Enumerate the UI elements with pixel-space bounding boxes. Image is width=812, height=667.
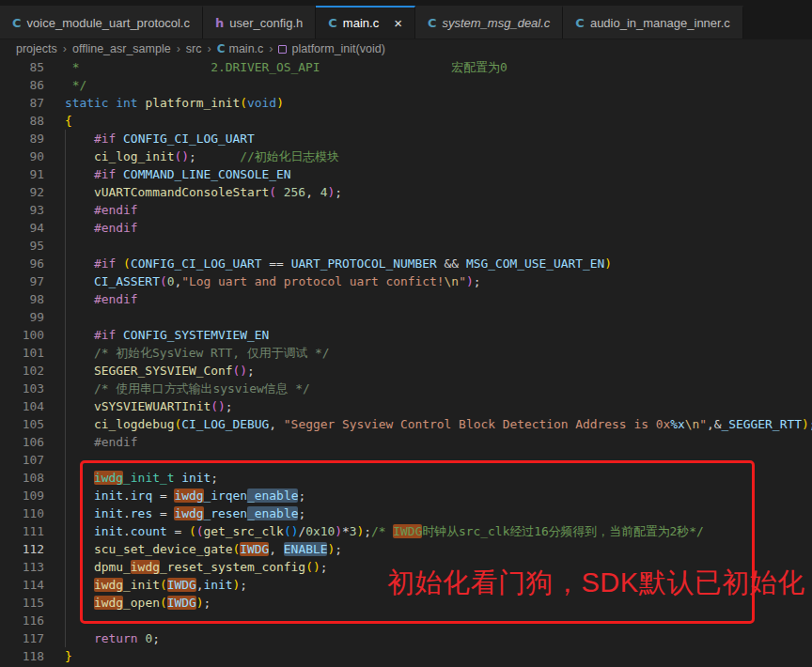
code-line-118[interactable]: 118} [0, 647, 812, 665]
c-file-icon: C [428, 16, 437, 30]
code-line-108[interactable]: 108 iwdg_init_t init; [0, 469, 812, 487]
code-line-101[interactable]: 101 /* 初始化SysView RTT, 仅用于调试 */ [0, 344, 812, 362]
line-number: 95 [0, 237, 44, 255]
code-line-100[interactable]: 100 #if CONFIG_SYSTEMVIEW_EN [0, 326, 812, 344]
breadcrumb-item-src[interactable]: src [186, 42, 202, 55]
code-line-85[interactable]: 85 * 2.DRIVER_OS_API 宏配置为0 [0, 58, 812, 76]
line-number: 107 [0, 451, 44, 469]
c-file-icon: C [575, 16, 585, 30]
tab-main.c[interactable]: Cmain.c× [316, 6, 415, 39]
line-content: CI_ASSERT(0,"Log uart and protocol uart … [65, 274, 480, 288]
line-content: #if (CONFIG_CI_LOG_UART == UART_PROTOCOL… [65, 256, 612, 271]
code-line-103[interactable]: 103 /* 使用串口方式输出sysview信息 */ [0, 380, 812, 397]
code-line-86[interactable]: 86 */ [0, 76, 812, 94]
code-line-92[interactable]: 92 vUARTCommandConsoleStart( 256, 4); [0, 183, 812, 201]
tab-label: system_msg_deal.c [442, 16, 550, 30]
line-content: ci_logdebug(CI_LOG_DEBUG, "Segger Sysvie… [65, 417, 812, 431]
code-line-96[interactable]: 96 #if (CONFIG_CI_LOG_UART == UART_PROTO… [0, 255, 812, 272]
code-line-109[interactable]: 109 init.irq = iwdg_irqen_enable; [0, 487, 812, 504]
code-line-98[interactable]: 98 #endif [0, 290, 812, 308]
breadcrumb-item-platform_init(void)[interactable]: platform_init(void) [278, 42, 384, 55]
line-content: iwdg_init(IWDG,init); [65, 578, 247, 592]
line-number: 111 [0, 522, 44, 540]
line-number: 104 [0, 397, 44, 415]
tab-label: voice_module_uart_protocol.c [27, 16, 190, 30]
line-number: 110 [0, 504, 44, 522]
code-line-95[interactable]: 95 [0, 237, 812, 255]
line-number: 105 [0, 415, 44, 433]
line-number: 94 [0, 219, 44, 237]
code-line-94[interactable]: 94 #endif [0, 219, 812, 237]
code-line-105[interactable]: 105 ci_logdebug(CI_LOG_DEBUG, "Segger Sy… [0, 415, 812, 433]
code-area: 85 * 2.DRIVER_OS_API 宏配置为086 */87static … [0, 58, 812, 665]
line-number: 118 [0, 647, 44, 665]
line-content: init.irq = iwdg_irqen_enable; [65, 489, 305, 503]
line-number: 117 [0, 629, 44, 647]
breadcrumb-separator: › [63, 42, 67, 55]
code-line-93[interactable]: 93 #endif [0, 201, 812, 219]
tab-audio_in_manage_inner.c[interactable]: Caudio_in_manage_inner.c [563, 6, 742, 39]
line-content: #endif [65, 292, 138, 306]
close-icon[interactable]: × [394, 16, 402, 30]
tab-voice_module_uart_protocol.c[interactable]: Cvoice_module_uart_protocol.c [0, 6, 203, 39]
line-content: SEGGER_SYSVIEW_Conf(); [65, 364, 255, 378]
line-number: 101 [0, 344, 44, 362]
line-number: 102 [0, 362, 44, 380]
code-line-99[interactable]: 99 [0, 308, 812, 326]
line-number: 112 [0, 540, 44, 558]
line-content: * 2.DRIVER_OS_API 宏配置为0 [65, 60, 508, 74]
code-line-113[interactable]: 113 dpmu_iwdg_reset_system_config(); [0, 558, 812, 576]
h-file-icon: h [215, 16, 224, 30]
code-line-111[interactable]: 111 init.count = ((get_src_clk()/0x10)*3… [0, 522, 812, 540]
line-number: 92 [0, 183, 44, 201]
code-line-114[interactable]: 114 iwdg_init(IWDG,init); [0, 576, 812, 594]
code-line-116[interactable]: 116 [0, 612, 812, 629]
code-line-104[interactable]: 104 vSYSVIEWUARTInit(); [0, 397, 812, 415]
code-line-115[interactable]: 115 iwdg_open(IWDG); [0, 594, 812, 612]
line-content: iwdg_init_t init; [65, 471, 218, 485]
line-content: #endif [65, 203, 138, 217]
vscode-window: { "tabs": [ {"label":"voice_module_uart_… [0, 0, 812, 667]
code-line-106[interactable]: 106 #endif [0, 433, 812, 451]
line-number: 90 [0, 147, 44, 165]
tab-bar: Cvoice_module_uart_protocol.chuser_confi… [0, 0, 812, 39]
line-number: 100 [0, 326, 44, 344]
code-line-107[interactable]: 107 [0, 451, 812, 469]
breadcrumb-item-offline_asr_sample[interactable]: offline_asr_sample [72, 42, 171, 55]
line-content: /* 使用串口方式输出sysview信息 */ [65, 381, 310, 396]
line-number: 106 [0, 433, 44, 451]
line-number: 116 [0, 612, 44, 629]
breadcrumb: projects›offline_asr_sample›src›Cmain.c›… [0, 39, 812, 58]
tab-label: audio_in_manage_inner.c [590, 16, 730, 30]
line-number: 103 [0, 380, 44, 397]
code-line-112[interactable]: 112 scu_set_device_gate(IWDG, ENABLE); [0, 540, 812, 558]
c-file-icon: C [217, 42, 226, 55]
code-line-91[interactable]: 91 #if COMMAND_LINE_CONSOLE_EN [0, 165, 812, 183]
line-number: 96 [0, 255, 44, 272]
breadcrumb-item-main.c[interactable]: Cmain.c [217, 42, 264, 55]
tab-system_msg_deal.c[interactable]: Csystem_msg_deal.c [415, 6, 563, 39]
line-content: vSYSVIEWUARTInit(); [65, 399, 233, 413]
line-number: 91 [0, 165, 44, 183]
code-line-90[interactable]: 90 ci_log_init(); //初始化日志模块 [0, 147, 812, 165]
breadcrumb-item-projects[interactable]: projects [16, 42, 57, 55]
code-line-97[interactable]: 97 CI_ASSERT(0,"Log uart and protocol ua… [0, 272, 812, 290]
code-line-110[interactable]: 110 init.res = iwdg_resen_enable; [0, 504, 812, 522]
c-file-icon: C [12, 16, 22, 30]
tab-label: main.c [343, 16, 379, 30]
symbol-method-icon [278, 45, 287, 54]
line-content: ci_log_init(); //初始化日志模块 [65, 149, 339, 163]
line-content: init.count = ((get_src_clk()/0x10)*3);/*… [65, 524, 704, 538]
breadcrumb-separator: › [269, 42, 273, 55]
code-line-87[interactable]: 87static int platform_init(void) [0, 94, 812, 112]
code-line-117[interactable]: 117 return 0; [0, 629, 812, 647]
line-number: 86 [0, 76, 44, 94]
editor[interactable]: 85 * 2.DRIVER_OS_API 宏配置为086 */87static … [0, 58, 812, 667]
line-number: 108 [0, 469, 44, 487]
line-content: scu_set_device_gate(IWDG, ENABLE); [65, 542, 342, 556]
code-line-102[interactable]: 102 SEGGER_SYSVIEW_Conf(); [0, 362, 812, 380]
code-line-88[interactable]: 88{ [0, 112, 812, 130]
code-line-89[interactable]: 89 #if CONFIG_CI_LOG_UART [0, 130, 812, 147]
line-number: 97 [0, 272, 44, 290]
tab-user_config.h[interactable]: huser_config.h [203, 6, 316, 39]
